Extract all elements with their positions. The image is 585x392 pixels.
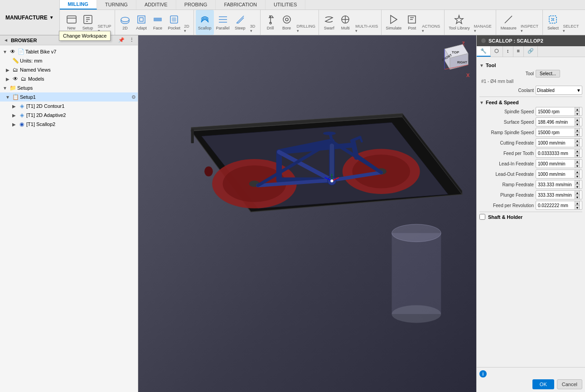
tab-fabrication[interactable]: FABRICATION	[216, 0, 266, 10]
tab-tool-icon[interactable]: 🔧	[477, 46, 491, 57]
tool-select-button[interactable]: Select...	[536, 70, 560, 77]
adaptive2-arrow[interactable]: ▶	[11, 113, 17, 118]
cancel-button[interactable]: Cancel	[557, 379, 582, 389]
ramp-spindle-speed-input[interactable]: 15000 rpm ▲ ▼	[536, 128, 582, 137]
leadout-feedrate-spinner[interactable]: ▲ ▼	[575, 169, 580, 179]
feed-per-rev-down[interactable]: ▼	[575, 205, 580, 210]
measure-button[interactable]: Measure	[498, 10, 519, 35]
face-button[interactable]: Face	[150, 10, 166, 35]
ramp-feedrate-spinner[interactable]: ▲ ▼	[575, 180, 580, 189]
browser-pin-icon[interactable]: 📌	[118, 37, 125, 43]
named-views-arrow[interactable]: ▶	[5, 68, 11, 73]
feed-per-tooth-input[interactable]: 0.0333333 mm ▲ ▼	[536, 149, 582, 158]
leadout-feedrate-down[interactable]: ▼	[575, 174, 580, 179]
leadout-feedrate-input[interactable]: 1000 mm/min ▲ ▼	[536, 169, 582, 179]
manufacture-button[interactable]: MANUFACTURE ▼	[0, 0, 60, 35]
viewport[interactable]: Z X TOP FRONT RIGHT	[138, 35, 476, 392]
cutting-feedrate-spinner[interactable]: ▲ ▼	[575, 138, 580, 147]
browser-collapse-arrow[interactable]: ◄	[4, 38, 8, 43]
feed-per-tooth-spinner[interactable]: ▲ ▼	[575, 149, 580, 158]
feed-per-rev-input[interactable]: 0.0222222 mm ▲ ▼	[536, 201, 582, 210]
leadin-feedrate-up[interactable]: ▲	[575, 159, 580, 164]
tab-passes-icon[interactable]: ≡	[513, 46, 524, 57]
cutting-feedrate-up[interactable]: ▲	[575, 138, 580, 143]
leadin-feedrate-spinner[interactable]: ▲ ▼	[575, 159, 580, 168]
multi-button[interactable]: Multi	[337, 10, 353, 35]
setup1-arrow[interactable]: ▼	[5, 95, 11, 100]
leadout-feedrate-up[interactable]: ▲	[575, 169, 580, 174]
2d-contour-button[interactable]: 2D	[117, 10, 133, 35]
shaft-holder-checkbox[interactable]	[479, 214, 485, 220]
leadin-feedrate-input[interactable]: 1000 mm/min ▲ ▼	[536, 159, 582, 168]
tree-item-adaptive2[interactable]: ▶ ◈ [T1] 2D Adaptive2	[0, 111, 138, 120]
tab-utilities[interactable]: UTILITIES	[266, 0, 305, 10]
ramp-feedrate-down[interactable]: ▼	[575, 184, 580, 189]
simulate-button[interactable]: Simulate	[383, 10, 404, 35]
spindle-speed-down[interactable]: ▼	[575, 111, 580, 116]
scallop2-arrow[interactable]: ▶	[11, 122, 17, 127]
root-visibility-icon[interactable]: 👁	[9, 48, 16, 55]
setup1-settings-icon[interactable]: ⚙	[131, 94, 136, 100]
tree-item-contour1[interactable]: ▶ ◈ [T1] 2D Contour1	[0, 102, 138, 111]
surface-speed-spinner[interactable]: ▲ ▼	[575, 117, 580, 126]
setups-arrow[interactable]: ▼	[2, 86, 8, 91]
tool-section-header[interactable]: ▼ Tool	[479, 63, 582, 68]
coolant-select[interactable]: Disabled ▼	[536, 86, 582, 95]
spindle-speed-up[interactable]: ▲	[575, 107, 580, 111]
feed-speed-section-header[interactable]: ▼ Feed & Speed	[479, 100, 582, 105]
steep-button[interactable]: Steep	[232, 10, 248, 35]
surface-speed-input[interactable]: 188.496 m/min ▲ ▼	[536, 117, 582, 126]
ok-button[interactable]: OK	[532, 379, 554, 389]
view-cube[interactable]: Z X TOP FRONT RIGHT	[435, 40, 472, 81]
tree-item-setup1[interactable]: ▼ 📋 Setup1 ⚙	[0, 92, 138, 102]
spindle-speed-input[interactable]: 15000 rpm ▲ ▼	[536, 107, 582, 116]
parallel-button[interactable]: Parallel	[214, 10, 232, 35]
spindle-speed-spinner[interactable]: ▲ ▼	[575, 107, 580, 116]
plunge-feedrate-down[interactable]: ▼	[575, 195, 580, 199]
feed-per-rev-spinner[interactable]: ▲ ▼	[575, 201, 580, 210]
tree-item-models[interactable]: ▶ 👁 🗂 Models	[0, 74, 138, 83]
ramp-feedrate-input[interactable]: 333.333 mm/min ▲ ▼	[536, 180, 582, 189]
cutting-feedrate-down[interactable]: ▼	[575, 143, 580, 147]
surface-speed-up[interactable]: ▲	[575, 117, 580, 122]
contour1-arrow[interactable]: ▶	[11, 104, 17, 109]
drill-button[interactable]: Drill	[262, 10, 279, 35]
cutting-feedrate-input[interactable]: 1000 mm/min ▲ ▼	[536, 138, 582, 147]
tab-probing[interactable]: PROBING	[176, 0, 216, 10]
tab-heights-icon[interactable]: ↕	[503, 46, 513, 57]
ramp-spindle-down[interactable]: ▼	[575, 132, 580, 137]
models-visibility-icon[interactable]: 👁	[12, 75, 19, 82]
feed-per-rev-up[interactable]: ▲	[575, 201, 580, 205]
pocket-button[interactable]: Pocket	[166, 10, 182, 35]
feed-per-tooth-down[interactable]: ▼	[575, 153, 580, 158]
root-expand-arrow[interactable]: ▼	[2, 49, 8, 54]
tree-item-named-views[interactable]: ▶ 🗂 Named Views	[0, 65, 138, 74]
tab-turning[interactable]: TURNING	[97, 0, 136, 10]
tab-milling[interactable]: MILLING	[60, 0, 97, 10]
ramp-spindle-up[interactable]: ▲	[575, 128, 580, 132]
2d-adaptive-button[interactable]: Adapt	[133, 10, 150, 35]
tree-item-scallop2[interactable]: ▶ ◉ [T1] Scallop2	[0, 120, 138, 129]
bore-button[interactable]: Bore	[279, 10, 295, 35]
ramp-spindle-speed-spinner[interactable]: ▲ ▼	[575, 128, 580, 137]
tab-additive[interactable]: ADDITIVE	[136, 0, 176, 10]
post-button[interactable]: Post	[404, 10, 420, 35]
ramp-feedrate-up[interactable]: ▲	[575, 180, 580, 184]
tree-item-setups[interactable]: ▼ 📁 Setups	[0, 83, 138, 92]
feed-per-tooth-up[interactable]: ▲	[575, 149, 580, 153]
models-arrow[interactable]: ▶	[5, 77, 11, 82]
surface-speed-down[interactable]: ▼	[575, 122, 580, 126]
tab-linking-icon[interactable]: 🔗	[524, 46, 538, 57]
select-button[interactable]: Select	[545, 10, 561, 35]
plunge-feedrate-input[interactable]: 333.333 mm/min ▲ ▼	[536, 190, 582, 199]
plunge-feedrate-spinner[interactable]: ▲ ▼	[575, 190, 580, 199]
tree-item-units[interactable]: 📏 Units: mm	[0, 56, 138, 65]
tab-geometry-icon[interactable]: ⬡	[491, 46, 503, 57]
leadin-feedrate-down[interactable]: ▼	[575, 164, 580, 168]
swarf-button[interactable]: Swarf	[321, 10, 337, 35]
plunge-feedrate-up[interactable]: ▲	[575, 190, 580, 195]
tree-item-root[interactable]: ▼ 👁 📄 Tablet Bike v7	[0, 47, 138, 56]
tool-library-button[interactable]: Tool Library	[446, 10, 472, 35]
browser-menu-icon[interactable]: ⋮	[129, 37, 134, 43]
scallop-button[interactable]: Scallop	[196, 10, 214, 35]
